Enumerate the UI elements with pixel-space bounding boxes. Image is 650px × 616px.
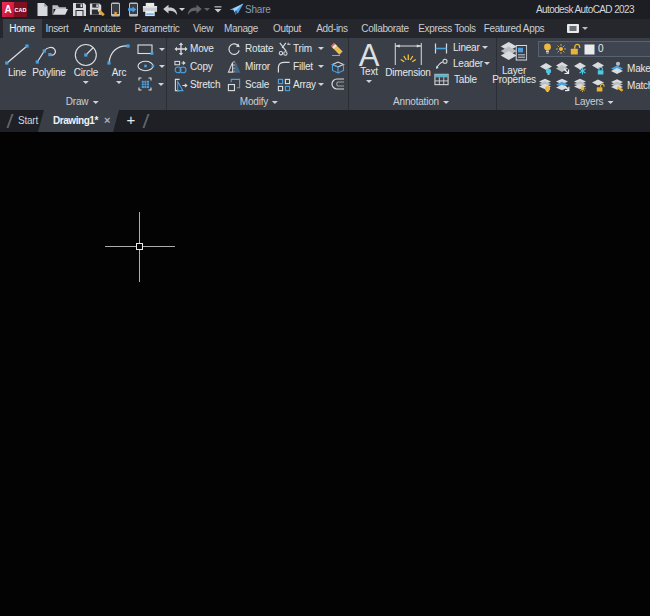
tab-separator [6,114,13,128]
layer-properties-button[interactable]: Layer Properties [492,41,536,84]
match-layer-button[interactable]: Match Layer [610,78,650,92]
save-button[interactable] [71,2,87,17]
layer-thaw-icon [573,78,587,92]
drawing-canvas[interactable] [0,132,650,616]
circle-dropdown-icon[interactable] [83,81,89,84]
save-to-web-mobile-button[interactable] [107,2,123,17]
make-current-icon [610,61,624,75]
ribbon-tab-parametric[interactable]: Parametric [135,19,180,38]
redo-dropdown[interactable] [203,2,211,17]
draw-panel-label[interactable]: Draw [66,95,99,109]
ribbon-tab-annotate[interactable]: Annotate [83,19,120,38]
plot-button[interactable] [142,2,158,17]
layer-off-button[interactable] [539,61,553,75]
dimension-button[interactable]: Dimension [385,41,430,78]
trim-dropdown[interactable] [318,47,324,50]
new-drawing-button[interactable]: + [124,110,138,132]
ribbon-tab-home[interactable]: Home [9,19,34,38]
ribbon-toggle-caret-icon[interactable] [582,27,588,30]
rectangle-button[interactable] [137,44,165,55]
ribbon-tab-insert[interactable]: Insert [46,19,69,38]
ribbon-tab-express-tools[interactable]: Express Tools [418,19,476,38]
arc-button[interactable]: Arc [106,41,132,84]
panel-separator [348,38,349,110]
ellipse-button[interactable] [137,60,165,72]
linear-dropdown[interactable] [482,46,488,49]
layer-on-button[interactable] [538,78,552,92]
copy-button[interactable]: Copy [174,60,213,74]
open-from-web-mobile-icon [127,2,140,17]
undo-icon [162,4,178,16]
leader-dropdown[interactable] [484,62,490,65]
mirror-label: Mirror [245,61,270,73]
scale-button[interactable]: Scale [227,78,269,92]
offset-button[interactable] [330,78,346,91]
rotate-label: Rotate [245,43,273,55]
layers-panel-label[interactable]: Layers [575,95,614,109]
ribbon-tab-output[interactable]: Output [273,19,301,38]
layer-unisolate-icon [555,78,570,92]
layer-properties-label-2: Properties [492,76,536,84]
circle-button[interactable]: Circle [74,41,98,84]
rotate-button[interactable]: Rotate [227,42,273,56]
layer-unisolate-button[interactable] [555,78,570,92]
leader-button[interactable]: Leader [434,57,483,71]
ribbon-display-toggle[interactable] [567,24,579,33]
text-button[interactable]: A Text [357,41,381,83]
move-button[interactable]: Move [174,42,214,56]
polyline-label: Polyline [32,68,65,78]
layer-lock-button[interactable] [591,61,605,75]
ribbon-tab-view[interactable]: View [193,19,213,38]
ribbon-tab-featured-apps[interactable]: Featured Apps [484,19,545,38]
ribbon-tab-collaborate[interactable]: Collaborate [361,19,408,38]
arc-dropdown-icon[interactable] [116,81,122,84]
redo-button[interactable] [187,2,203,17]
autocad-logo-icon: A [2,2,14,17]
share-button[interactable] [228,2,244,17]
text-dropdown-icon[interactable] [366,80,372,83]
modify-panel-label[interactable]: Modify [240,95,278,109]
share-label[interactable]: Share [245,0,271,19]
layer-select[interactable]: 0 [538,41,650,57]
polyline-button[interactable]: Polyline [32,41,65,78]
customize-qat-button[interactable] [212,2,224,17]
rectangle-dropdown-icon[interactable] [159,48,165,51]
layer-unlock-button[interactable] [591,78,605,92]
layer-isolate-button[interactable] [555,61,570,75]
layer-freeze-button[interactable] [573,61,587,75]
file-tab-drawing1-label[interactable]: Drawing1* [53,110,98,132]
circle-icon [74,43,98,67]
fillet-button[interactable]: Fillet [277,60,313,74]
trim-button[interactable]: Trim [277,42,312,56]
ellipse-dropdown-icon[interactable] [159,65,165,68]
save-as-button[interactable] [89,2,105,17]
layer-thaw-button[interactable] [573,78,587,92]
ribbon-tab-manage[interactable]: Manage [224,19,258,38]
new-file-button[interactable] [34,2,50,17]
array-dropdown[interactable] [318,83,324,86]
hatch-dropdown-icon[interactable] [158,83,164,86]
erase-button[interactable] [330,41,346,57]
hatch-button[interactable] [138,77,164,91]
table-button[interactable]: Table [434,73,477,86]
mirror-button[interactable]: Mirror [227,60,270,74]
circle-label: Circle [74,68,98,78]
array-button[interactable]: Array [277,78,316,92]
undo-button[interactable] [162,2,178,17]
undo-dropdown[interactable] [178,2,186,17]
ribbon-tab-add-ins[interactable]: Add-ins [316,19,347,38]
app-menu-button[interactable]: A CAD [2,2,27,17]
line-button[interactable]: Line [3,41,31,78]
annotation-panel-label[interactable]: Annotation [393,95,449,109]
explode-button[interactable] [330,59,346,75]
draw-panel-caret-icon [92,101,98,104]
layers-panel-title: Layers [575,95,604,109]
file-tab-start[interactable]: Start [18,110,38,132]
make-current-button[interactable]: Make Current [610,61,650,75]
close-tab-icon[interactable]: × [104,110,110,132]
linear-button[interactable]: Linear [434,42,480,54]
stretch-button[interactable]: Stretch [174,78,220,92]
open-button[interactable] [52,2,68,17]
open-from-web-mobile-button[interactable] [125,2,141,17]
fillet-dropdown[interactable] [318,65,324,68]
